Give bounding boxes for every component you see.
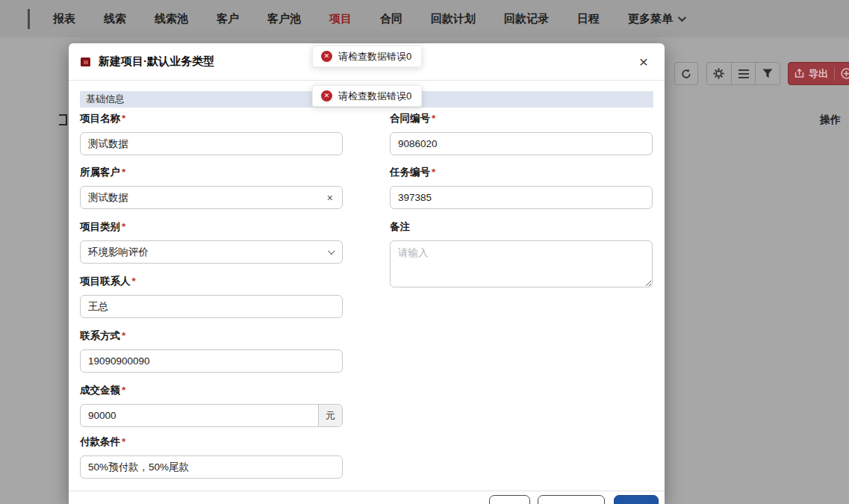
field-phone: 联系方式 [80,329,343,373]
payment-terms-label: 付款条件 [80,435,343,449]
customer-input[interactable] [81,187,318,208]
contract-no-label: 合同编号 [390,112,653,125]
export-button[interactable]: 导出 [788,62,849,85]
category-label: 项目类别 [80,220,343,234]
field-category: 项目类别 环境影响评价 [80,220,343,264]
top-nav: 报表 线索 线索池 客户 客户池 项目 合同 回款计划 回款记录 日程 更多菜单 [0,0,849,37]
export-icon [794,69,804,78]
add-circle-icon [841,68,849,79]
new-project-modal: 新建项目·默认业务类型 × 基础信息 项目名称 合同编号 所属客户 × 任务编号… [69,43,665,504]
clipped-table-text [59,114,67,125]
field-remark: 备注 [390,220,653,290]
currency-unit-addon: 元 [318,405,342,426]
task-no-label: 任务编号 [390,166,653,179]
footer-divider [69,491,665,491]
amount-input[interactable] [81,405,318,426]
field-customer: 所属客户 × [80,166,343,209]
contact-input[interactable] [80,295,343,318]
phone-label: 联系方式 [80,329,343,343]
phone-input[interactable] [80,349,343,373]
customer-label: 所属客户 [80,166,343,179]
nav-item-projects[interactable]: 项目 [315,12,366,26]
gear-icon [713,68,724,79]
footer-primary-button[interactable] [614,495,659,504]
clear-icon[interactable]: × [318,192,342,204]
logo-fragment [28,9,30,29]
error-circle-icon: ✕ [321,90,332,102]
field-contract-no: 合同编号 [390,112,653,155]
nav-item-leads[interactable]: 线索 [90,12,140,26]
filter-icon [762,69,773,78]
modal-title: 新建项目·默认业务类型 [99,55,214,69]
nav-item-more-menu[interactable]: 更多菜单 [614,12,698,26]
list-view-button[interactable] [732,63,756,84]
error-toast: ✕ 请检查数据错误0 [312,46,422,67]
nav-items: 报表 线索 线索池 客户 客户池 项目 合同 回款计划 回款记录 日程 更多菜单 [39,0,698,37]
project-name-input[interactable] [80,132,343,155]
field-payment-terms: 付款条件 [80,435,343,479]
contract-no-input[interactable] [390,132,653,155]
table-toolbar-group [706,62,780,85]
amount-input-group: 元 [80,404,343,427]
nav-item-customer-pool[interactable]: 客户池 [253,12,315,26]
project-name-label: 项目名称 [80,112,343,125]
footer-button-2[interactable] [538,495,605,504]
field-task-no: 任务编号 [390,166,653,209]
list-icon [738,69,749,78]
contact-label: 项目联系人 [80,275,343,288]
project-doc-icon [80,56,92,68]
close-icon[interactable]: × [639,52,648,72]
settings-button[interactable] [707,63,732,84]
table-operations-header: 操作 [820,113,841,127]
remark-textarea[interactable] [390,240,653,287]
field-contact: 项目联系人 [80,275,343,318]
nav-item-contracts[interactable]: 合同 [366,12,417,26]
task-no-input[interactable] [390,186,653,209]
nav-item-lead-pool[interactable]: 线索池 [140,12,202,26]
nav-item-customers[interactable]: 客户 [202,12,253,26]
more-menu-label: 更多菜单 [628,12,673,26]
chevron-down-icon [328,247,335,255]
payment-terms-input[interactable] [80,455,343,479]
customer-select-wrap[interactable]: × [80,186,343,209]
amount-label: 成交金额 [80,384,343,397]
error-toast: ✕ 请检查数据错误0 [312,85,422,107]
chevron-down-icon [678,13,686,22]
export-label: 导出 [809,67,828,81]
refresh-icon [680,68,692,80]
nav-item-payment-records[interactable]: 回款记录 [490,12,563,26]
field-project-name: 项目名称 [80,112,343,155]
field-amount: 成交金额 元 [80,384,343,427]
error-circle-icon: ✕ [321,51,332,62]
filter-button[interactable] [756,63,780,84]
nav-item-schedule[interactable]: 日程 [563,12,614,26]
nav-item-payment-plan[interactable]: 回款计划 [417,12,490,26]
footer-button-1[interactable] [489,495,530,504]
remark-label: 备注 [390,220,653,234]
nav-item-reports[interactable]: 报表 [39,12,90,26]
toast-message: 请检查数据错误0 [338,90,411,103]
category-selected-value: 环境影响评价 [88,246,149,259]
refresh-button[interactable] [674,62,698,85]
toast-message: 请检查数据错误0 [338,50,411,63]
category-select[interactable]: 环境影响评价 [80,240,343,264]
toolbar-divider [834,67,835,81]
